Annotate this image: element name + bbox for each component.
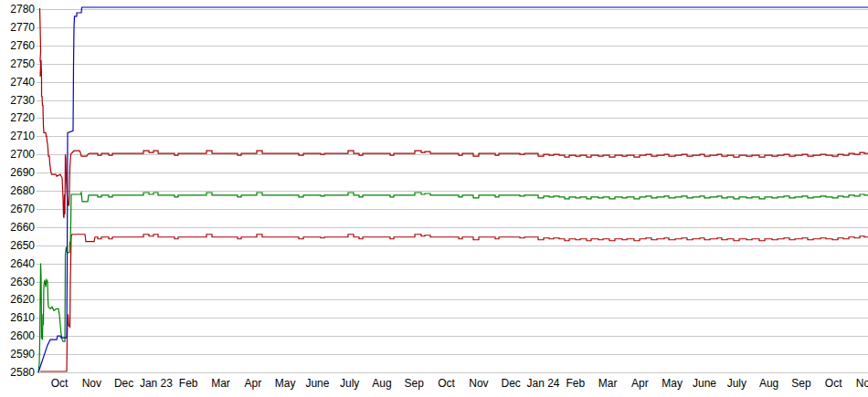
series-blue-line	[38, 7, 868, 372]
x-axis-tick-label: July	[340, 377, 359, 390]
x-axis-tick-label: Nov	[469, 377, 488, 390]
x-axis-tick-label: Jan 24	[526, 377, 559, 390]
y-axis-tick-label: 2740	[10, 76, 35, 89]
x-axis-tick-label: Feb	[566, 377, 585, 390]
series-red-upper-line	[40, 8, 868, 218]
y-axis-tick-label: 2640	[10, 257, 35, 270]
x-axis-tick-label: Mar	[211, 377, 230, 390]
x-axis-tick-label: Oct	[438, 377, 455, 390]
x-axis-tick-label: Oct	[825, 377, 842, 390]
x-axis-tick-label: Dec	[114, 377, 133, 390]
x-axis-tick-label: Aug	[372, 377, 391, 390]
rating-line-chart: 2780277027602750274027302720271027002690…	[0, 0, 868, 397]
y-axis-tick-label: 2780	[10, 3, 35, 16]
x-axis-tick-label: Dec	[502, 377, 521, 390]
x-axis-tick-label: June	[305, 377, 329, 390]
x-axis-tick-label: May	[275, 377, 296, 390]
y-axis-tick-label: 2700	[10, 148, 35, 161]
x-axis-tick-label: May	[662, 377, 683, 390]
y-axis-tick-label: 2690	[10, 166, 35, 179]
chart-canvas: 2780277027602750274027302720271027002690…	[0, 0, 868, 397]
x-axis-tick-label: June	[693, 377, 716, 390]
series-red-lower-line	[40, 235, 868, 371]
y-axis-tick-label: 2610	[10, 311, 35, 324]
y-axis-tick-label: 2750	[10, 57, 35, 70]
x-axis-tick-label: Nov	[82, 377, 101, 390]
y-axis-tick-label: 2580	[10, 366, 35, 379]
y-axis-tick-label: 2660	[10, 221, 35, 234]
y-axis-tick-label: 2590	[10, 348, 35, 360]
x-axis-tick-label: Mar	[598, 377, 618, 390]
y-axis-tick-label: 2710	[10, 130, 35, 142]
x-axis-tick-label: Apr	[244, 377, 261, 390]
x-axis-tick-label: Aug	[759, 377, 778, 390]
x-axis-tick-label: Sep	[791, 377, 811, 390]
y-axis-tick-label: 2720	[10, 111, 35, 124]
y-axis-tick-label: 2770	[10, 21, 35, 34]
y-axis-tick-label: 2760	[10, 39, 35, 52]
y-axis-tick-label: 2680	[10, 184, 35, 197]
x-axis-tick-label: Nov	[856, 377, 868, 390]
y-axis-tick-label: 2650	[10, 239, 35, 252]
y-axis-tick-label: 2630	[10, 276, 35, 288]
y-axis-tick-label: 2670	[10, 203, 35, 215]
x-axis-tick-label: Sep	[405, 377, 425, 390]
x-axis-tick-label: Jan 23	[140, 377, 173, 390]
x-axis-tick-label: Apr	[631, 377, 649, 390]
y-axis-tick-label: 2600	[10, 329, 35, 342]
x-axis-tick-label: Oct	[51, 377, 69, 390]
x-axis-tick-label: Feb	[179, 377, 198, 390]
y-axis-tick-label: 2730	[10, 94, 35, 107]
y-axis-tick-label: 2620	[10, 293, 35, 306]
x-axis-tick-label: July	[727, 377, 746, 390]
